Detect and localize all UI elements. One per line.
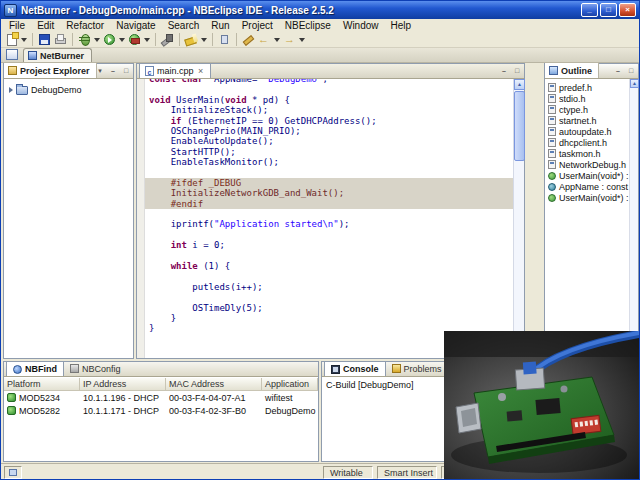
title-bar[interactable]: NetBurner - DebugDemo/main.cpp - NBEclip… xyxy=(1,1,639,19)
outline-item-4[interactable]: autoupdate.h xyxy=(545,126,629,137)
code-line-10[interactable]: #ifdef _DEBUG xyxy=(145,178,513,188)
tree-expander-icon[interactable] xyxy=(9,87,13,93)
menu-item-refactor[interactable]: Refactor xyxy=(60,20,110,31)
code-line-23[interactable]: } xyxy=(149,313,513,323)
debug-icon[interactable] xyxy=(77,32,92,47)
code-line-11[interactable]: InitializeNetworkGDB_and_Wait(); xyxy=(145,188,513,198)
scroll-up-icon[interactable] xyxy=(514,79,525,90)
editor-body[interactable]: const char* AppName= "DebugDemo"; void U… xyxy=(137,79,513,358)
new-icon[interactable] xyxy=(4,32,19,47)
back-icon[interactable] xyxy=(257,32,272,47)
nbfind-tab-nbfind[interactable]: NBFind xyxy=(6,361,64,376)
run-icon[interactable] xyxy=(102,32,117,47)
menu-item-project[interactable]: Project xyxy=(236,20,279,31)
toggle-mark-occurrences-icon[interactable] xyxy=(217,32,232,47)
editor-scrollbar[interactable] xyxy=(513,79,524,358)
back-menu-icon[interactable] xyxy=(273,32,281,47)
maximize-editor-icon[interactable] xyxy=(512,66,522,76)
outline-item-8[interactable]: UserMain(void*) : vo xyxy=(545,170,629,181)
outline-tab[interactable]: Outline xyxy=(545,63,599,78)
build-icon[interactable] xyxy=(160,32,175,47)
console-tab-problems[interactable]: Problems xyxy=(386,361,448,376)
open-perspective-icon[interactable] xyxy=(4,48,20,61)
code-line-1[interactable] xyxy=(149,84,513,94)
outline-item-3[interactable]: startnet.h xyxy=(545,115,629,126)
nbfind-tab-nbconfig[interactable]: NBConfig xyxy=(64,361,127,376)
column-header-mac-address[interactable]: MAC Address xyxy=(166,378,262,390)
code-line-16[interactable]: int i = 0; xyxy=(149,240,513,250)
fast-view-button[interactable] xyxy=(4,466,22,479)
code-line-5[interactable]: OSChangePrio(MAIN_PRIO); xyxy=(149,126,513,136)
menu-item-run[interactable]: Run xyxy=(205,20,235,31)
code-line-3[interactable]: InitializeStack(); xyxy=(149,105,513,115)
print-icon[interactable] xyxy=(53,32,68,47)
code-line-20[interactable]: putleds(i++); xyxy=(149,282,513,292)
close-button[interactable]: × xyxy=(619,3,636,17)
table-row-0[interactable]: MOD523410.1.1.196 - DHCP00-03-F4-04-07-A… xyxy=(4,391,318,404)
code-line-13[interactable] xyxy=(149,209,513,219)
code-line-9[interactable] xyxy=(149,168,513,178)
external-tools-menu-icon[interactable] xyxy=(143,32,151,47)
search-icon[interactable] xyxy=(184,32,199,47)
outline-item-6[interactable]: taskmon.h xyxy=(545,148,629,159)
debug-menu-icon[interactable] xyxy=(93,32,101,47)
forward-icon[interactable] xyxy=(282,32,297,47)
search-menu-icon[interactable] xyxy=(200,32,208,47)
minimize-view-icon[interactable] xyxy=(108,66,118,76)
device-table[interactable]: PlatformIP AddressMAC AddressApplication… xyxy=(4,378,318,461)
outline-list[interactable]: predef.hstdio.hctype.hstartnet.hautoupda… xyxy=(545,79,629,358)
outline-item-5[interactable]: dhcpclient.h xyxy=(545,137,629,148)
outline-item-1[interactable]: stdio.h xyxy=(545,93,629,104)
save-icon[interactable] xyxy=(37,32,52,47)
maximize-outline-icon[interactable] xyxy=(626,66,636,76)
tree-item-debugdemo[interactable]: DebugDemo xyxy=(4,83,133,96)
project-explorer-tab[interactable]: Project Explorer xyxy=(4,63,97,78)
menu-item-search[interactable]: Search xyxy=(162,20,206,31)
external-tools-icon[interactable] xyxy=(127,32,142,47)
scrollbar-thumb[interactable] xyxy=(514,91,525,161)
run-menu-icon[interactable] xyxy=(118,32,126,47)
forward-menu-icon[interactable] xyxy=(298,32,306,47)
column-header-ip-address[interactable]: IP Address xyxy=(80,378,166,390)
outline-item-0[interactable]: predef.h xyxy=(545,82,629,93)
outline-scrollbar[interactable] xyxy=(629,79,638,358)
code-line-17[interactable] xyxy=(149,251,513,261)
outline-item-10[interactable]: UserMain(void*) : vo xyxy=(545,192,629,203)
console-tab-console[interactable]: Console xyxy=(324,361,386,376)
editor-tab-main-cpp[interactable]: main.cpp xyxy=(139,63,211,78)
menu-item-navigate[interactable]: Navigate xyxy=(110,20,161,31)
close-tab-icon[interactable] xyxy=(197,66,205,76)
new-menu-icon[interactable] xyxy=(20,32,28,47)
table-row-1[interactable]: MOD528210.1.1.171 - DHCP00-03-F4-02-3F-B… xyxy=(4,404,318,417)
minimize-editor-icon[interactable] xyxy=(499,66,509,76)
code-line-18[interactable]: while (1) { xyxy=(149,261,513,271)
menu-item-edit[interactable]: Edit xyxy=(31,20,60,31)
outline-scroll-up-icon[interactable] xyxy=(630,79,639,88)
code-line-15[interactable] xyxy=(149,230,513,240)
menu-item-window[interactable]: Window xyxy=(337,20,385,31)
minimize-outline-icon[interactable] xyxy=(613,66,623,76)
column-header-platform[interactable]: Platform xyxy=(4,378,80,390)
code-line-8[interactable]: EnableTaskMonitor(); xyxy=(149,157,513,167)
code-line-6[interactable]: EnableAutoUpdate(); xyxy=(149,136,513,146)
menu-item-help[interactable]: Help xyxy=(385,20,418,31)
code-line-19[interactable] xyxy=(149,271,513,281)
outline-item-2[interactable]: ctype.h xyxy=(545,104,629,115)
code-line-7[interactable]: StartHTTP(); xyxy=(149,147,513,157)
minimize-button[interactable]: _ xyxy=(581,3,598,17)
outline-item-9[interactable]: AppName : const cha xyxy=(545,181,629,192)
column-header-application[interactable]: Application xyxy=(262,378,318,390)
view-menu-icon[interactable] xyxy=(95,66,105,76)
code-line-4[interactable]: if (EthernetIP == 0) GetDHCPAddress(); xyxy=(149,116,513,126)
maximize-view-icon[interactable] xyxy=(121,66,131,76)
last-edit-location-icon[interactable] xyxy=(241,32,256,47)
code-line-14[interactable]: iprintf("Application started\n"); xyxy=(149,219,513,229)
code-line-22[interactable]: OSTimeDly(5); xyxy=(149,303,513,313)
perspective-tab-netburner[interactable]: NetBurner xyxy=(23,48,92,62)
maximize-button[interactable]: □ xyxy=(600,3,617,17)
outline-item-7[interactable]: NetworkDebug.h xyxy=(545,159,629,170)
code-line-21[interactable] xyxy=(149,292,513,302)
code-line-12[interactable]: #endif xyxy=(145,199,513,209)
project-tree[interactable]: DebugDemo xyxy=(4,79,133,358)
code-line-2[interactable]: void UserMain(void * pd) { xyxy=(149,95,513,105)
